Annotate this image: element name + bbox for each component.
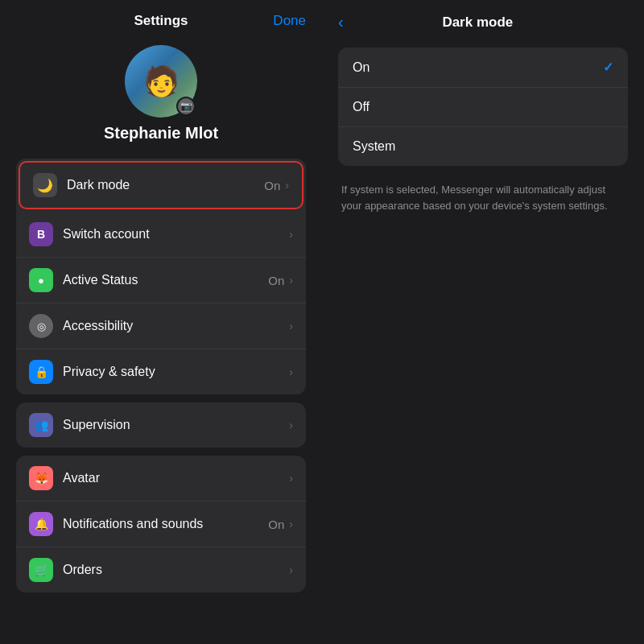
dark-mode-options-group: On ✓ Off System (338, 47, 628, 166)
avatar-label: Avatar (63, 471, 289, 485)
privacy-label: Privacy & safety (63, 365, 289, 379)
dark-mode-item[interactable]: 🌙 Dark mode On › (20, 163, 302, 208)
supervision-item[interactable]: 👥 Supervision › (16, 402, 306, 448)
darkmode-icon: 🌙 (33, 173, 57, 197)
accessibility-label: Accessibility (63, 319, 289, 333)
switch-account-item[interactable]: B Switch account › (16, 212, 306, 258)
active-status-icon: ● (29, 268, 53, 292)
avatar-image: 🧑 (143, 64, 180, 98)
option-system-label: System (353, 139, 613, 154)
avatar-item[interactable]: 🦊 Avatar › (16, 456, 306, 502)
darkmode-label: Dark mode (67, 178, 264, 192)
right-panel: ‹ Dark mode On ✓ Off System If system is… (322, 0, 644, 644)
settings-title: Settings (134, 13, 188, 29)
dark-mode-description: If system is selected, Messenger will au… (338, 174, 628, 221)
supervision-label: Supervision (63, 418, 289, 432)
orders-item[interactable]: 🛒 Orders › (16, 547, 306, 592)
notifications-item[interactable]: 🔔 Notifications and sounds On › (16, 502, 306, 547)
switch-chevron: › (289, 228, 293, 241)
left-header: Settings Done (0, 0, 322, 37)
left-panel: Settings Done 🧑 📷 Stephanie Mlot 🌙 Dark … (0, 0, 322, 644)
back-button[interactable]: ‹ (338, 13, 344, 31)
active-status-value: On (268, 274, 284, 287)
active-status-chevron: › (289, 274, 293, 287)
settings-group-main: 🌙 Dark mode On › B Switch account › ● Ac… (16, 159, 306, 394)
supervision-icon: 👥 (29, 413, 53, 437)
orders-icon: 🛒 (29, 558, 53, 582)
option-on-label: On (353, 60, 603, 75)
avatar-chevron: › (289, 472, 293, 485)
privacy-item[interactable]: 🔒 Privacy & safety › (16, 349, 306, 394)
notifications-chevron: › (289, 518, 293, 530)
right-header: ‹ Dark mode (322, 0, 644, 39)
accessibility-item[interactable]: ◎ Accessibility › (16, 303, 306, 349)
option-off-label: Off (353, 100, 613, 114)
done-button[interactable]: Done (273, 13, 306, 29)
user-name: Stephanie Mlot (104, 124, 218, 142)
accessibility-icon: ◎ (29, 314, 53, 338)
avatar-container[interactable]: 🧑 📷 (125, 45, 197, 118)
orders-label: Orders (63, 563, 289, 577)
privacy-icon: 🔒 (29, 360, 53, 384)
avatar-icon: 🦊 (29, 466, 53, 490)
camera-icon[interactable]: 📷 (176, 97, 196, 116)
notifications-label: Notifications and sounds (63, 517, 268, 531)
darkmode-chevron: › (285, 179, 289, 192)
switch-account-label: Switch account (63, 227, 289, 242)
active-status-label: Active Status (63, 273, 268, 287)
accessibility-chevron: › (289, 320, 293, 332)
privacy-chevron: › (289, 365, 293, 378)
notifications-icon: 🔔 (29, 512, 53, 536)
notifications-value: On (268, 518, 284, 531)
active-status-item[interactable]: ● Active Status On › (16, 258, 306, 303)
settings-group-extra: 🦊 Avatar › 🔔 Notifications and sounds On… (16, 456, 306, 592)
option-off[interactable]: Off (338, 88, 628, 127)
option-on[interactable]: On ✓ (338, 47, 628, 88)
dark-mode-title: Dark mode (352, 14, 604, 31)
settings-group-supervision: 👥 Supervision › (16, 402, 306, 448)
supervision-chevron: › (289, 419, 293, 431)
darkmode-value: On (264, 179, 280, 192)
option-on-check: ✓ (603, 60, 613, 75)
switch-icon: B (29, 222, 53, 246)
option-system[interactable]: System (338, 127, 628, 166)
orders-chevron: › (289, 564, 293, 576)
